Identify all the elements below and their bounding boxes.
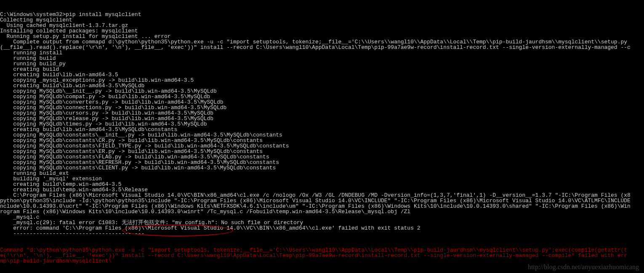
terminal-lines-white: C:\Windows\system32>pip install mysqlcli…: [0, 12, 644, 236]
terminal-line: C:\Windows\system32>pip install mysqlcli…: [0, 12, 644, 17]
terminal-lines-error: Command "d:\python\python35\python.exe -…: [0, 247, 644, 264]
terminal-line: (__file__).read().replace('\r\n', '\n'),…: [0, 45, 644, 50]
terminal-line: rogram Files (x86)\Windows Kits\10\inclu…: [0, 209, 644, 214]
terminal-line: running build_py: [0, 61, 644, 67]
terminal-line: copying MySQLdb\constants\CLIENT.py -> b…: [0, 165, 644, 171]
terminal-line: running install: [0, 50, 644, 56]
terminal-line: ----------------------------------------: [0, 231, 644, 236]
watermark-text: http://blog.csdn.net/anyuexiazhuomicang: [528, 264, 639, 270]
terminal-output[interactable]: C:\Windows\system32>pip install mysqlcli…: [0, 0, 644, 269]
terminal-line: running build: [0, 56, 644, 61]
